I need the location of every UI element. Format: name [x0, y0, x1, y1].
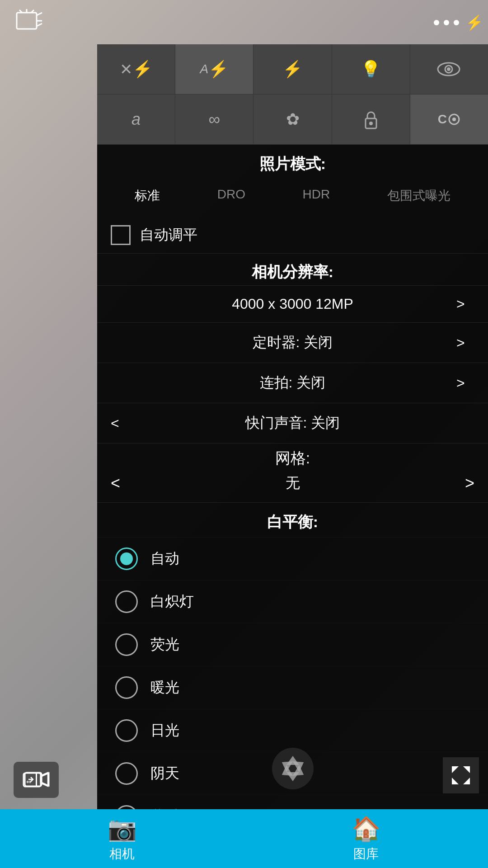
focus-lock-button[interactable] — [332, 94, 410, 144]
grid-arrow-right[interactable]: > — [452, 474, 474, 493]
svg-line-1 — [37, 13, 42, 15]
burst-label: 连拍: 关闭 — [129, 373, 456, 393]
focus-options-row: a ∞ ✿ C — [97, 94, 488, 145]
resolution-row[interactable]: 4000 x 3000 12MP > — [97, 285, 488, 322]
wb-incandescent-row[interactable]: 白炽灯 — [97, 580, 488, 623]
shutter-area — [97, 739, 488, 798]
top-bar: ⚡ — [0, 0, 488, 45]
mode-standard[interactable]: 标准 — [127, 184, 167, 208]
timer-row[interactable]: 定时器: 关闭 > — [97, 322, 488, 363]
more-options-button[interactable]: ⚡ — [443, 7, 474, 38]
shutter-button[interactable] — [268, 744, 318, 793]
resize-button[interactable] — [443, 757, 479, 793]
gallery-nav-icon: 🏠 — [352, 815, 381, 843]
flash-off-button[interactable]: ✕⚡ — [97, 44, 175, 94]
burst-arrow: > — [456, 375, 474, 392]
wb-auto-radio[interactable] — [115, 547, 138, 570]
wb-fluorescent-row[interactable]: 荧光 — [97, 623, 488, 666]
wb-daylight-radio[interactable] — [115, 719, 138, 742]
wb-incandescent-radio[interactable] — [115, 590, 138, 613]
wb-incandescent-label: 白炽灯 — [150, 592, 194, 612]
focus-infinity-button[interactable]: ∞ — [175, 94, 253, 144]
auto-level-checkbox[interactable] — [111, 225, 131, 245]
grid-value-row: < 无 > — [97, 469, 488, 502]
wb-warm-radio[interactable] — [115, 676, 138, 699]
wb-auto-label: 自动 — [150, 549, 179, 569]
bottom-nav: 📷 相机 🏠 图库 — [0, 809, 488, 868]
wb-dusk-radio[interactable] — [115, 805, 138, 809]
wb-warm-label: 暖光 — [150, 678, 179, 698]
svg-line-3 — [37, 24, 42, 26]
svg-point-11 — [369, 122, 373, 125]
gallery-nav-label: 图库 — [353, 845, 379, 863]
timer-label: 定时器: 关闭 — [129, 333, 456, 353]
wb-warm-row[interactable]: 暖光 — [97, 666, 488, 709]
mode-hdr[interactable]: HDR — [296, 184, 338, 208]
wb-fluorescent-label: 荧光 — [150, 635, 179, 655]
wb-auto-row[interactable]: 自动 — [97, 537, 488, 580]
eye-mode-button[interactable] — [410, 44, 488, 94]
mode-dro[interactable]: DRO — [210, 184, 253, 208]
focus-auto-button[interactable]: a — [97, 94, 175, 144]
svg-rect-0 — [17, 13, 37, 29]
shutter-sound-label: 快门声音: 关闭 — [129, 413, 456, 433]
wb-fluorescent-radio[interactable] — [115, 633, 138, 656]
focus-continuous-button[interactable]: C — [410, 94, 488, 144]
auto-level-row: 自动调平 — [97, 217, 488, 253]
shutter-arrow-left: < — [111, 415, 129, 432]
focus-macro-button[interactable]: ✿ — [253, 94, 332, 144]
flash-on-button[interactable]: ⚡ — [253, 44, 332, 94]
nav-camera[interactable]: 📷 相机 — [108, 815, 137, 863]
mode-tabs: 标准 DRO HDR 包围式曝光 — [97, 179, 488, 217]
switch-camera-button[interactable]: ⇔ — [14, 762, 59, 798]
wb-daylight-label: 日光 — [150, 721, 179, 741]
svg-marker-20 — [42, 773, 48, 786]
timer-arrow: > — [456, 335, 474, 351]
nav-gallery[interactable]: 🏠 图库 — [352, 815, 381, 863]
white-balance-title: 白平衡: — [97, 502, 488, 537]
grid-title: 网格: — [97, 443, 488, 469]
camera-nav-icon: 📷 — [108, 815, 137, 843]
settings-panel: ✕⚡ A⚡ ⚡ 💡 a ∞ ✿ — [97, 44, 488, 809]
mode-bracket[interactable]: 包围式曝光 — [380, 184, 458, 208]
photo-enhance-button[interactable] — [14, 7, 45, 38]
resolution-title: 相机分辨率: — [111, 262, 474, 283]
flash-auto-button[interactable]: A⚡ — [175, 44, 253, 94]
grid-value: 无 — [133, 473, 452, 493]
svg-point-13 — [452, 118, 456, 121]
shutter-sound-row[interactable]: < 快门声音: 关闭 — [97, 403, 488, 443]
svg-point-14 — [272, 748, 314, 789]
resolution-value: 4000 x 3000 12MP — [129, 296, 456, 312]
photo-mode-title: 照片模式: — [97, 145, 488, 179]
resolution-arrow: > — [456, 296, 474, 312]
camera-nav-label: 相机 — [109, 845, 135, 863]
torch-button[interactable]: 💡 — [332, 44, 410, 94]
svg-point-9 — [447, 67, 450, 71]
auto-level-label: 自动调平 — [140, 225, 197, 245]
burst-row[interactable]: 连拍: 关闭 > — [97, 363, 488, 403]
flash-options-row: ✕⚡ A⚡ ⚡ 💡 — [97, 44, 488, 94]
grid-arrow-left[interactable]: < — [111, 474, 133, 493]
